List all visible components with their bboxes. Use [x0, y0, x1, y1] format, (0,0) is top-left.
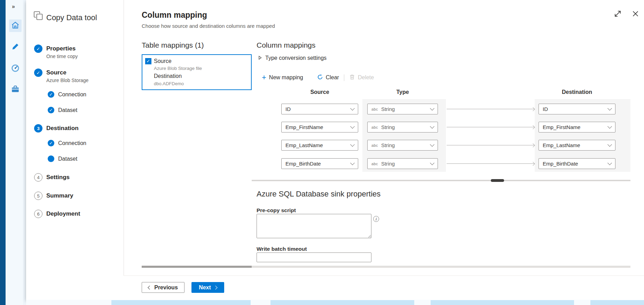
background-card	[590, 300, 644, 305]
sink-properties-title: Azure SQL Database sink properties	[257, 190, 380, 199]
step-label: Dataset	[58, 107, 77, 113]
trash-icon	[349, 74, 355, 81]
select-value: String	[381, 161, 395, 167]
copy-data-tool-panel: Copy Data tool ✓ Properties One time cop…	[26, 0, 644, 300]
table-mapping-checkbox[interactable]: ✓	[145, 58, 151, 64]
mapping-arrow	[447, 145, 534, 145]
select-value: Emp_BirthDate	[285, 161, 321, 167]
expand-icon	[614, 10, 622, 19]
abc-icon: abc	[371, 107, 378, 111]
step-label: Deployment	[46, 210, 80, 218]
abc-icon: abc	[371, 125, 378, 129]
wizard-step-properties[interactable]: ✓ Properties One time copy	[34, 45, 78, 59]
card-destination-value: dbo.ADFDemo	[154, 81, 184, 86]
card-source-value: Azure Blob Storage file	[154, 66, 202, 71]
step-label: Destination	[46, 124, 79, 133]
step-current-icon	[48, 155, 54, 162]
pre-copy-script-input[interactable]	[257, 214, 371, 238]
source-column-select[interactable]: Emp_BirthDate	[281, 158, 358, 169]
page-title: Column mapping	[142, 10, 207, 20]
step-number-badge: 4	[34, 173, 42, 182]
background-card	[111, 300, 251, 305]
destination-column-select[interactable]: Emp_BirthDate	[539, 158, 615, 169]
chevron-down-icon	[430, 161, 434, 165]
step-complete-icon: ✓	[34, 45, 42, 53]
card-source-label: Source	[154, 58, 172, 64]
check-icon: ✓	[147, 58, 150, 64]
select-value: ID	[543, 106, 548, 112]
pencil-icon	[11, 42, 19, 52]
step-number-badge: 3	[34, 124, 42, 133]
expand-window-button[interactable]	[613, 10, 622, 19]
destination-column-select[interactable]: Emp_LastName	[539, 140, 615, 151]
wizard-step-destination-dataset[interactable]: Dataset	[48, 155, 77, 162]
column-header-type: Type	[367, 89, 438, 95]
source-column-select[interactable]: Emp_FirstName	[281, 122, 358, 133]
table-mapping-card[interactable]: ✓ Source Azure Blob Storage file Destina…	[142, 54, 252, 90]
select-value: String	[381, 106, 395, 112]
source-column-select[interactable]: Emp_LastName	[281, 140, 358, 151]
type-select[interactable]: abc String	[367, 140, 438, 151]
mapping-arrow	[447, 127, 534, 127]
type-conversion-settings-expander[interactable]: Type conversion settings	[258, 55, 327, 61]
step-label: Summary	[46, 192, 73, 200]
wizard-step-deployment[interactable]: 6 Deployment	[34, 210, 80, 218]
sidebar-item-monitor[interactable]	[9, 63, 22, 75]
chevron-down-icon	[607, 106, 612, 111]
mapping-horizontal-scrollbar[interactable]	[252, 180, 630, 181]
copy-data-icon	[33, 10, 44, 22]
column-header-source: Source	[281, 89, 358, 95]
delete-button[interactable]: Delete	[345, 72, 378, 83]
chevron-down-icon	[430, 142, 434, 147]
write-batch-timeout-input[interactable]	[257, 252, 371, 262]
info-icon[interactable]: i	[373, 216, 379, 222]
type-select[interactable]: abc String	[367, 122, 438, 133]
new-mapping-button[interactable]: + New mapping	[257, 72, 308, 83]
footer-divider	[124, 275, 644, 276]
wizard-step-destination-connection[interactable]: ✓ Connection	[48, 140, 86, 146]
chevron-down-icon	[607, 161, 612, 165]
wizard-step-source-connection[interactable]: ✓ Connection	[48, 91, 86, 98]
step-label: Connection	[58, 91, 86, 98]
sidebar-item-resources[interactable]	[9, 83, 22, 96]
chevron-down-icon	[430, 106, 434, 111]
scrollbar-thumb[interactable]	[142, 266, 252, 268]
close-button[interactable]	[631, 10, 640, 19]
chevron-down-icon	[350, 142, 355, 147]
select-value: Emp_LastName	[285, 142, 323, 148]
step-complete-icon: ✓	[48, 107, 54, 113]
scrollbar-thumb[interactable]	[491, 179, 504, 182]
select-value: Emp_FirstName	[285, 124, 323, 130]
type-select[interactable]: abc String	[367, 104, 438, 114]
wizard-step-source-dataset[interactable]: ✓ Dataset	[48, 107, 77, 113]
column-header-destination: Destination	[539, 89, 615, 95]
wizard-step-source[interactable]: ✓ Source Azure Blob Storage	[34, 69, 88, 83]
wizard-step-summary[interactable]: 5 Summary	[34, 192, 73, 200]
source-column-select[interactable]: ID	[281, 104, 358, 114]
sidebar-item-author[interactable]	[9, 41, 22, 54]
step-sublabel: One time copy	[46, 54, 78, 59]
step-label: Properties	[46, 45, 78, 53]
sidebar-item-home[interactable]	[9, 19, 22, 32]
sidebar-expand-button[interactable]: »	[12, 3, 20, 10]
table-mappings-title: Table mappings (1)	[142, 41, 204, 49]
wizard-step-settings[interactable]: 4 Settings	[34, 173, 70, 182]
mapping-toolbar: + New mapping Clear Delete	[257, 72, 378, 83]
double-chevron-right-icon: »	[12, 3, 15, 9]
content-horizontal-scrollbar[interactable]	[142, 266, 630, 268]
mapping-arrow	[447, 163, 534, 164]
step-complete-icon: ✓	[34, 69, 42, 77]
destination-column-select[interactable]: ID	[539, 104, 615, 114]
destination-column-select[interactable]: Emp_FirstName	[539, 122, 615, 133]
wizard-step-destination[interactable]: 3 Destination	[34, 124, 79, 133]
background-card	[270, 300, 414, 305]
gauge-icon	[11, 64, 20, 74]
step-number-badge: 6	[34, 210, 42, 218]
clear-button[interactable]: Clear	[313, 72, 344, 83]
step-number-badge: 5	[34, 192, 42, 200]
refresh-icon	[317, 74, 323, 81]
chevron-right-expander-icon	[258, 55, 262, 61]
next-button[interactable]: Next	[191, 282, 224, 293]
type-select[interactable]: abc String	[367, 158, 438, 169]
previous-button[interactable]: Previous	[142, 282, 184, 293]
